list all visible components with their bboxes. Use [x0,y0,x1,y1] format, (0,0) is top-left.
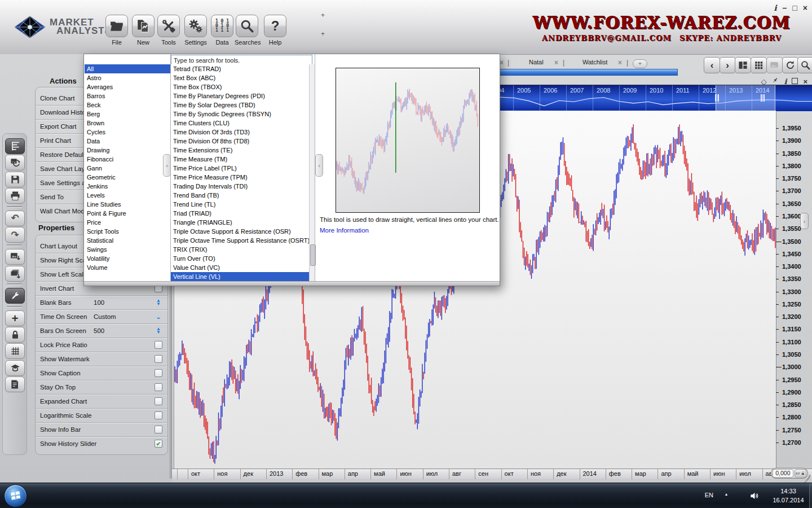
speaker-icon[interactable] [749,491,760,501]
property-control[interactable] [153,380,164,394]
category-item[interactable]: Line Studies [85,200,170,209]
strip-education-button[interactable] [5,360,25,376]
chevron-down-icon[interactable]: ⌄ [156,313,162,320]
info-icon[interactable]: i [774,3,776,12]
scale-collapse-button[interactable]: ‹ [800,213,809,229]
tool-item[interactable]: Trend Line (TL) [171,200,309,209]
strip-grid-button[interactable] [5,343,25,359]
tab-watchlist-close-icon[interactable]: × [618,59,622,67]
toolbar-button-help[interactable]: ?Help [263,15,288,46]
category-item[interactable]: Price [85,218,170,227]
show-desktop-button[interactable] [809,483,812,508]
category-item[interactable]: Fibonacci [85,155,170,164]
tool-item[interactable]: Time Division Of 8ths (TD8) [171,137,309,146]
strip-lock-button[interactable] [5,327,25,343]
property-control[interactable]: ▲▼ [153,324,164,338]
checkbox-icon[interactable] [155,397,162,405]
tab-natal-close-icon[interactable]: × [554,59,558,67]
tool-item[interactable]: Time By Synodic Degrees (TBSYN) [171,110,309,119]
strip-crosshair-button[interactable]: + [5,310,25,326]
category-item[interactable]: All [85,64,170,73]
tool-item[interactable]: Vertical Line (VL) [171,272,309,281]
tool-item[interactable]: Time Price Label (TPL) [171,164,309,173]
history-handle-right[interactable] [761,94,765,102]
property-row[interactable]: Expanded Chart [36,395,167,409]
toolbar-button-settings[interactable]: Settings [183,15,208,46]
maximize-icon[interactable]: □ [792,3,797,12]
category-item[interactable]: Astro [85,73,170,82]
property-row[interactable]: Show Caption [36,366,167,380]
toolbar-button-searches[interactable]: Searches [235,15,259,46]
close-icon[interactable]: × [803,3,807,12]
strip-export-images-button[interactable] [5,266,25,282]
property-control[interactable] [153,352,164,366]
category-item[interactable]: Levels [85,191,170,200]
tab-watchlist[interactable]: Watchlist [582,59,607,65]
checkbox-icon[interactable] [155,341,162,349]
tray-clock[interactable]: 14:33 16.07.2014 [768,487,809,505]
tool-item[interactable]: Triple Octave Support & Resistance (OSR) [171,227,309,236]
tool-item[interactable]: Triangle (TRIANGLE) [171,218,309,227]
checkbox-icon[interactable] [155,369,162,377]
property-control[interactable] [153,395,164,408]
category-item[interactable]: Script Tools [85,227,170,236]
more-information-link[interactable]: More Information [320,227,369,234]
chart-toolbar-chevron-left[interactable]: ‹ [704,57,720,73]
category-item[interactable]: Statistical [85,236,170,245]
toolbar-button-file[interactable]: File [104,15,129,46]
strip-redo-button[interactable]: ↷ [5,227,25,243]
category-item[interactable]: Cycles [85,128,170,137]
category-item[interactable]: Gann [85,164,170,173]
category-item[interactable]: Berg [85,110,170,119]
tool-item[interactable]: Triple Octave Time Support & Resistance … [171,236,309,245]
tool-item[interactable]: TRIX (TRIX) [171,245,309,254]
strip-notes-button[interactable] [5,376,25,392]
toolbar-button-new[interactable]: New [131,15,156,46]
price-scale[interactable]: 1,39501,39001,38501,38001,37501,37001,36… [776,111,810,468]
category-item[interactable]: Beck [85,100,170,110]
time-axis[interactable]: октноядек2013февмарапрмайиюниюлавгсенокт… [172,468,812,479]
property-control[interactable]: ▲▼ [153,296,164,309]
chart-toolbar-image[interactable] [766,57,783,73]
strip-save-button[interactable] [5,172,25,187]
tool-item[interactable]: Time Division Of 3rds (TD3) [171,128,309,137]
tool-item[interactable]: Trend Band (TB) [171,191,309,200]
tool-item[interactable]: Time Box (TBOX) [171,82,309,91]
chart-toolbar-search[interactable] [797,57,812,73]
category-item[interactable]: Data [85,137,170,146]
tool-item[interactable]: Text Box (ABC) [171,73,309,82]
tray-language[interactable]: EN [705,492,713,498]
tab-eur-close-icon[interactable]: × [500,59,504,67]
property-row[interactable]: Show Watermark [36,352,167,366]
chart-toolbar-chevron-right[interactable]: › [720,57,736,73]
chart-toolbar-layout[interactable] [735,57,751,73]
property-control[interactable] [153,366,164,380]
checkbox-icon[interactable] [155,411,162,419]
collapse-categories-button[interactable]: › [163,154,171,177]
category-item[interactable]: Barros [85,91,170,100]
category-item[interactable]: Volume [85,263,170,272]
tool-item[interactable]: Time Extensions (TE) [171,146,309,155]
property-row[interactable]: Show History Slider✔ [36,437,167,450]
tool-item[interactable]: Triad (TRIAD) [171,209,309,218]
category-item[interactable]: Volatility [85,254,170,263]
checkbox-icon[interactable] [155,426,162,433]
property-control[interactable] [153,338,164,352]
tool-item[interactable]: Trading Day Intervals (TDI) [171,182,309,191]
collapse-preview-button[interactable]: ‹ [315,154,323,177]
category-item[interactable]: Brown [85,119,170,128]
tool-item[interactable]: Time Price Measure (TPM) [171,173,309,182]
strip-print-button[interactable] [5,188,25,204]
tool-item[interactable]: Time Clusters (CLU) [171,119,309,128]
property-row[interactable]: Bars On Screen500▲▼ [36,324,167,338]
category-item[interactable]: Averages [85,82,170,91]
tab-natal[interactable]: Natal [529,59,544,65]
property-row[interactable]: Time On ScreenCustom⌄ [36,310,167,324]
tool-search-input[interactable] [171,55,312,65]
tool-item[interactable]: Time By Solar Degrees (TBD) [171,100,309,110]
tray-expand-icon[interactable]: ▴ [725,492,727,497]
history-handle-left[interactable] [715,94,720,102]
category-item[interactable]: Geometric [85,173,170,182]
tool-item[interactable]: Tetrad (TETRAD) [171,64,309,73]
strip-chart-levels-button[interactable] [5,138,25,154]
